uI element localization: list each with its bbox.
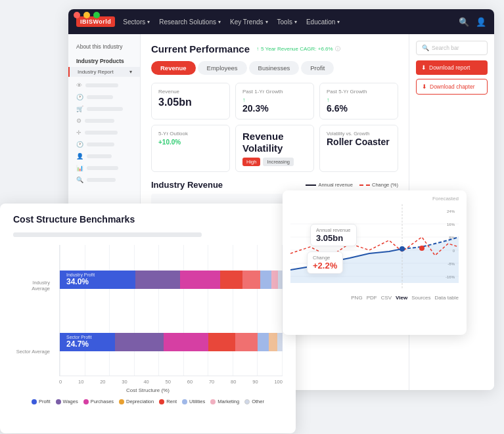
legend-purchases: Purchases xyxy=(83,399,114,404)
sidebar-item-0[interactable]: 👁 xyxy=(68,79,140,91)
user2-icon: 👤 xyxy=(76,153,83,160)
legend-rent: Rent xyxy=(159,399,177,404)
data-table-action[interactable]: Data table xyxy=(435,295,459,301)
sidebar-item-7[interactable]: 📊 xyxy=(68,162,140,174)
sidebar-items: 👁 🕐 🛒 ⚙ ✛ xyxy=(68,79,140,186)
pdf-action[interactable]: PDF xyxy=(367,295,377,301)
info-icon[interactable]: ⓘ xyxy=(335,45,340,53)
wages-dot xyxy=(56,399,61,404)
legend-annual: Annual revenue xyxy=(306,182,353,188)
stat-past5yr: Past 5-Yr Growth ↑ 6.6% xyxy=(319,83,398,119)
stat-5yr-arrow: ↑ xyxy=(327,97,391,103)
sources-action[interactable]: Sources xyxy=(411,295,430,301)
tab-businesses[interactable]: Businesses xyxy=(249,61,300,75)
sector-bars-row: Sector Profit 24.7% xyxy=(60,333,283,351)
cart-icon: 🛒 xyxy=(76,106,83,112)
legend-marketing: Marketing xyxy=(210,399,239,404)
industry-purchases-bar xyxy=(180,271,220,289)
download-chapter-icon: ⬇ xyxy=(422,83,427,90)
nav-item-research[interactable]: Research Solutions ▾ xyxy=(159,18,221,26)
industry-profit-bar: Industry Profit 34.0% xyxy=(60,271,135,289)
search-bar[interactable]: 🔍 Search bar xyxy=(416,41,488,55)
clock2-icon: 🕐 xyxy=(76,141,83,148)
tab-profit[interactable]: Profit xyxy=(301,61,334,75)
utilities-dot xyxy=(182,399,187,404)
sector-depreciation-bar xyxy=(208,333,235,351)
stat-revenue-label: Revenue xyxy=(158,89,223,95)
nav-item-education[interactable]: Education ▾ xyxy=(306,18,340,26)
chevron-down-icon: ▾ xyxy=(294,19,297,25)
roller-title: Roller Coaster xyxy=(327,137,391,147)
page-title: Current Performance xyxy=(151,43,250,54)
stat-1yr-label: Past 1-Yr Growth xyxy=(242,89,307,95)
nav-item-sectors[interactable]: Sectors ▾ xyxy=(123,18,150,26)
legend-wages: Wages xyxy=(56,399,78,404)
revenue-chart-overlay: Forecasted 24% 16% 8% 0 -8% -16% xyxy=(283,190,467,335)
y-label-sector: Sector Average xyxy=(13,336,54,355)
badge-increasing: Increasing xyxy=(263,158,294,166)
stats-row-2: 5-Yr Outlook +10.0% RevenueVolatility Hi… xyxy=(151,125,398,172)
sidebar-item-6[interactable]: 👤 xyxy=(68,150,140,162)
performance-header: Current Performance ↑ 5 Year Revenue CAG… xyxy=(151,43,398,54)
legend-utilities: Utilities xyxy=(182,399,205,404)
cagr-badge: ↑ 5 Year Revenue CAGR: +6.6% ⓘ xyxy=(256,45,340,53)
industry-wages-bar xyxy=(135,271,180,289)
download-report-button[interactable]: ⬇ Download report xyxy=(416,60,488,75)
cost-structure-content: Cost Structure Benchmarks Industry Avera… xyxy=(0,204,296,411)
sidebar-report-dropdown[interactable]: Industry Report ▾ xyxy=(68,67,140,77)
stat-roller-coaster: Volatility vs. Growth Roller Coaster xyxy=(319,125,398,172)
png-action[interactable]: PNG xyxy=(351,295,362,301)
purchases-dot xyxy=(83,399,89,404)
sector-rent-bar xyxy=(235,333,258,351)
sector-utilities-bar xyxy=(258,333,269,351)
sidebar-item-3[interactable]: ⚙ xyxy=(68,115,140,127)
roller-sublabel: Volatility vs. Growth xyxy=(327,131,391,137)
nav-item-keytrends[interactable]: Key Trends ▾ xyxy=(230,18,268,26)
search-icon[interactable]: 🔍 xyxy=(459,17,469,27)
sidebar-item-2[interactable]: 🛒 xyxy=(68,103,140,115)
x-axis: 0 10 20 30 40 50 60 70 80 90 100 xyxy=(13,379,283,385)
stat-5yr-value: 6.6% xyxy=(327,103,391,114)
close-control[interactable] xyxy=(74,12,80,18)
industry-bar-group: Industry Profit 34.0% xyxy=(60,258,283,301)
chart-legend-row: Profit Wages Purchases Depreciation Rent… xyxy=(13,399,283,404)
user-icon[interactable]: 👤 xyxy=(476,17,486,27)
csv-action[interactable]: CSV xyxy=(381,295,392,301)
legend-line-solid xyxy=(306,184,316,186)
download-chapter-button[interactable]: ⬇ Download chapter xyxy=(416,79,488,95)
sector-profit-bar: Sector Profit 24.7% xyxy=(60,333,115,351)
sector-wages-bar xyxy=(115,333,164,351)
cost-structure-title: Cost Structure Benchmarks xyxy=(13,214,283,225)
stat-revenue-volatility: RevenueVolatility High Increasing xyxy=(235,125,314,172)
industry-bars-row: Industry Profit 34.0% xyxy=(60,271,283,289)
sidebar-item-8[interactable]: 🔍 xyxy=(68,174,140,186)
sector-bar-group: Sector Profit 24.7% xyxy=(60,320,283,363)
eye-icon: 👁 xyxy=(76,82,82,89)
sidebar-about[interactable]: About this Industry xyxy=(68,41,140,53)
chevron-down-icon: ▾ xyxy=(265,19,268,25)
legend-line-dashed xyxy=(359,184,370,186)
svg-point-17 xyxy=(419,246,424,251)
sidebar-item-4[interactable]: ✛ xyxy=(68,127,140,139)
clock-icon: 🕐 xyxy=(76,94,83,100)
download-icon: ⬇ xyxy=(421,64,426,71)
maximize-control[interactable] xyxy=(93,12,100,18)
sidebar-item-1[interactable]: 🕐 xyxy=(68,91,140,103)
sector-profit-label: Sector Profit 24.7% xyxy=(62,333,96,351)
stat-outlook-value: +10.0% xyxy=(158,139,223,146)
forecasted-header: Forecasted xyxy=(290,196,459,202)
view-action[interactable]: View xyxy=(396,295,407,301)
marketing-dot xyxy=(210,399,216,404)
chevron-down-icon: ▾ xyxy=(337,19,340,25)
stat-revenue-value: 3.05bn xyxy=(158,97,223,108)
tab-revenue[interactable]: Revenue xyxy=(151,61,196,75)
change-tooltip: Change +2.2% xyxy=(307,251,343,274)
industry-profit-label: Industry Profit 34.0% xyxy=(62,271,99,288)
y-axis-labels: Industry Average Sector Average xyxy=(13,245,59,376)
tab-employees[interactable]: Employees xyxy=(198,61,247,75)
nav-item-tools[interactable]: Tools ▾ xyxy=(277,18,297,26)
sidebar-products: Industry Products xyxy=(68,55,140,67)
sidebar-item-5[interactable]: 🕐 xyxy=(68,139,140,150)
stat-revenue: Revenue 3.05bn xyxy=(151,83,230,119)
minimize-control[interactable] xyxy=(83,12,90,18)
